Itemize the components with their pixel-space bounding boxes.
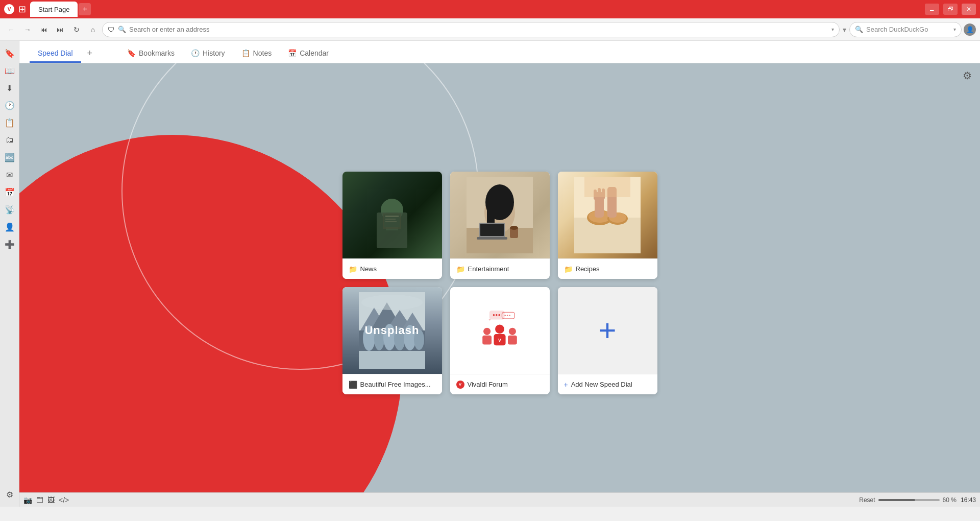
shield-icon: 🛡 <box>108 26 115 34</box>
tab-speed-dial-label: Speed Dial <box>38 49 73 57</box>
dial-card-news-image <box>342 172 442 258</box>
sidebar-item-add[interactable]: ➕ <box>2 236 18 252</box>
search-dropdown-icon[interactable]: ▾ <box>953 27 956 32</box>
sidebar-item-bookmarks[interactable]: 🔖 <box>2 45 18 61</box>
dial-card-recipes[interactable]: 📁 Recipes <box>558 172 657 279</box>
forward-button[interactable]: → <box>20 22 35 37</box>
calendar-icon: 📅 <box>288 49 297 57</box>
entertainment-folder-icon: 📁 <box>456 265 465 273</box>
tab-speed-dial[interactable]: Speed Dial <box>30 45 81 63</box>
svg-point-58 <box>509 328 516 335</box>
svg-point-46 <box>489 319 491 321</box>
sidebar-item-panels[interactable]: 🗂 <box>2 132 18 148</box>
status-window-icon[interactable]: 🗔 <box>36 496 43 504</box>
add-new-label-text: Add New Speed Dial <box>571 381 632 388</box>
dial-card-unsplash-image: Unsplash <box>342 287 442 374</box>
dial-card-entertainment[interactable]: 📁 Entertainment <box>450 172 550 279</box>
user-avatar[interactable]: 👤 <box>964 23 976 36</box>
address-input[interactable] <box>129 26 828 33</box>
notes-icon: 📋 <box>241 49 250 57</box>
entertainment-image-svg <box>467 177 533 253</box>
address-bar-extra-dropdown[interactable]: ▾ <box>843 26 846 34</box>
add-new-plus-icon: + <box>598 315 616 346</box>
status-image-icon[interactable]: 🖼 <box>47 496 55 504</box>
svg-rect-5 <box>385 219 396 220</box>
svg-point-51 <box>507 315 508 316</box>
home-button[interactable]: ⌂ <box>86 22 100 37</box>
back-button[interactable]: ← <box>4 22 18 37</box>
vivaldi-forum-svg: V <box>477 310 523 351</box>
add-new-label-icon: + <box>564 381 568 389</box>
zoom-control: Reset 60 % <box>859 496 957 504</box>
sidebar-item-calendar[interactable]: 📅 <box>2 184 18 200</box>
speed-dial-settings-icon[interactable]: ⚙ <box>963 69 972 82</box>
dial-card-add-new[interactable]: + + Add New Speed Dial <box>558 287 657 394</box>
sidebar-settings[interactable]: ⚙ <box>2 486 18 503</box>
sidebar-item-reading[interactable]: 📖 <box>2 62 18 79</box>
zoom-slider[interactable] <box>878 499 940 501</box>
sidebar-item-history[interactable]: 🕐 <box>2 97 18 113</box>
unsplash-label-text: Beautiful Free Images... <box>360 381 431 388</box>
svg-rect-57 <box>482 336 492 345</box>
news-folder-icon: 📁 <box>349 265 357 273</box>
address-bar[interactable]: 🛡 🔍 ▾ <box>102 22 840 37</box>
svg-point-47 <box>493 314 495 316</box>
svg-point-49 <box>498 314 500 316</box>
tab-start-page[interactable]: Start Page <box>30 2 78 17</box>
tab-history[interactable]: 🕐 History <box>183 45 233 63</box>
main-layout: 🔖 📖 ⬇ 🕐 📋 🗂 🔤 ✉ 📅 📡 👤 ➕ ⚙ Speed Dial + 🔖… <box>0 41 980 507</box>
sidebar-item-mail[interactable]: ✉ <box>2 167 18 183</box>
vivaldi-forum-label-text: Vivaldi Forum <box>468 381 508 388</box>
dial-card-recipes-label: 📁 Recipes <box>558 258 657 279</box>
sidebar-item-feeds[interactable]: 📡 <box>2 201 18 218</box>
tab-notes[interactable]: 📋 Notes <box>233 45 280 63</box>
tab-calendar-label: Calendar <box>300 49 329 57</box>
svg-point-50 <box>504 315 506 316</box>
sidebar-item-contacts[interactable]: 👤 <box>2 219 18 235</box>
status-code-icon[interactable]: </> <box>59 496 69 504</box>
apps-icon[interactable]: ⊞ <box>18 4 26 15</box>
dial-card-unsplash[interactable]: Unsplash ⬛ Beautiful Free Images... <box>342 287 442 394</box>
svg-rect-29 <box>584 177 630 197</box>
sidebar-item-translate[interactable]: 🔤 <box>2 149 18 165</box>
close-button[interactable]: ✕ <box>962 4 976 15</box>
svg-point-53 <box>495 324 504 334</box>
rewind-button[interactable]: ⏮ <box>37 22 51 37</box>
dial-card-vivaldi-forum-label: V Vivaldi Forum <box>450 374 550 394</box>
svg-point-52 <box>509 315 510 316</box>
dial-card-news[interactable]: 📁 News <box>342 172 442 279</box>
status-camera-icon[interactable]: 📷 <box>23 496 32 504</box>
dial-card-vivaldi-forum[interactable]: V V Vivaldi Forum <box>450 287 550 394</box>
minimize-button[interactable]: 🗕 <box>925 4 939 15</box>
tab-notes-label: Notes <box>253 49 272 57</box>
svg-rect-3 <box>384 215 400 227</box>
address-dropdown-icon[interactable]: ▾ <box>831 27 834 32</box>
content-area: Speed Dial + 🔖 Bookmarks 🕐 History 📋 Not… <box>19 41 980 507</box>
fast-forward-button[interactable]: ⏭ <box>53 22 67 37</box>
reload-button[interactable]: ↻ <box>69 22 84 37</box>
reset-label[interactable]: Reset <box>859 496 875 504</box>
statusbar: 📷 🗔 🖼 </> Reset 60 % 16:43 <box>19 492 980 507</box>
search-bar[interactable]: 🔍 Search DuckDuckGo ▾ <box>849 22 962 37</box>
svg-rect-6 <box>385 221 397 222</box>
restore-button[interactable]: 🗗 <box>943 4 958 15</box>
new-tab-button[interactable]: + <box>79 3 91 15</box>
dial-card-entertainment-image <box>450 172 550 258</box>
tab-calendar[interactable]: 📅 Calendar <box>280 45 337 63</box>
search-icon: 🔍 <box>855 26 863 33</box>
svg-point-0 <box>381 199 403 221</box>
recipes-folder-icon: 📁 <box>564 265 573 273</box>
tab-bookmarks[interactable]: 🔖 Bookmarks <box>119 45 183 63</box>
dial-card-add-new-image: + <box>558 287 657 374</box>
tab-add-button[interactable]: + <box>81 44 99 63</box>
recipes-label-text: Recipes <box>576 265 600 273</box>
sidebar-item-downloads[interactable]: ⬇ <box>2 80 18 96</box>
news-label-text: News <box>360 265 377 273</box>
sidebar-item-notes[interactable]: 📋 <box>2 114 18 131</box>
unsplash-icon: ⬛ <box>349 381 357 389</box>
svg-rect-14 <box>480 224 504 236</box>
zoom-percent-label: 60 % <box>943 496 957 504</box>
svg-point-56 <box>483 328 491 335</box>
history-icon: 🕐 <box>191 49 200 57</box>
speed-dial-area: ⚙ <box>19 63 980 492</box>
